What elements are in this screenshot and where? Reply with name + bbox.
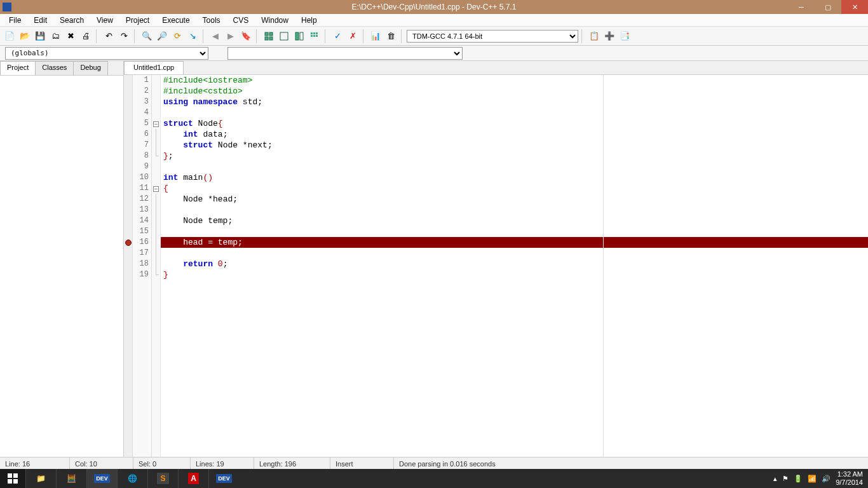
svg-rect-2 [265, 37, 268, 40]
forward-icon[interactable]: ▶ [224, 29, 238, 43]
project-tree[interactable] [0, 75, 123, 457]
menu-file[interactable]: File [3, 15, 27, 26]
print-icon[interactable]: 🖨 [79, 29, 93, 43]
maximize-button[interactable]: ▢ [815, 0, 841, 14]
function-combo[interactable] [227, 47, 463, 60]
scope-combo[interactable]: (globals) [5, 47, 208, 60]
svg-rect-13 [8, 473, 12, 478]
menu-window[interactable]: Window [255, 15, 295, 26]
svg-rect-11 [313, 35, 315, 37]
find-icon[interactable]: 🔍 [140, 29, 154, 43]
fold-gutter[interactable]: −− [152, 75, 161, 457]
minimize-button[interactable]: ─ [788, 0, 815, 14]
statusbar: Line: 16 Col: 10 Sel: 0 Lines: 19 Length… [0, 457, 868, 470]
svg-rect-1 [269, 32, 273, 36]
breakpoint-gutter[interactable] [124, 75, 133, 457]
debug-icon[interactable]: ✓ [330, 29, 344, 43]
menu-view[interactable]: View [90, 15, 119, 26]
tray-up-icon[interactable]: ▴ [773, 475, 777, 483]
tray-flag-icon[interactable]: ⚑ [782, 475, 789, 483]
tray-clock[interactable]: 1:32 AM 9/7/2014 [836, 470, 863, 487]
save-all-icon[interactable]: 🗂 [48, 29, 62, 43]
menubar: File Edit Search View Project Execute To… [0, 14, 868, 27]
sidetab-project[interactable]: Project [0, 61, 36, 75]
find-next-icon[interactable]: ⟳ [170, 29, 184, 43]
sidetab-classes[interactable]: Classes [35, 61, 74, 75]
tray-network-icon[interactable]: 📶 [808, 475, 817, 483]
side-panel: Project Classes Debug [0, 61, 124, 457]
taskbar: 📁 🧮 DEV 🌐 S A DEV ▴ ⚑ 🔋 📶 🔊 1:32 AM 9/7/… [0, 469, 868, 488]
bookmark-icon[interactable]: 🔖 [239, 29, 253, 43]
undo-icon[interactable]: ↶ [102, 29, 116, 43]
taskbar-devcpp2-icon[interactable]: DEV [208, 469, 239, 488]
svg-rect-10 [311, 35, 313, 37]
menu-project[interactable]: Project [119, 15, 156, 26]
file-tab[interactable]: Untitled1.cpp [124, 61, 184, 74]
close-button[interactable]: ✕ [841, 0, 868, 14]
replace-icon[interactable]: 🔎 [155, 29, 169, 43]
new-project-icon[interactable]: 📋 [587, 29, 601, 43]
taskbar-chrome-icon[interactable]: 🌐 [117, 469, 147, 488]
svg-rect-12 [316, 35, 318, 37]
titlebar: E:\DC++\Dev-Cpp\Untitled1.cpp - Dev-C++ … [0, 0, 868, 14]
delete-profile-icon[interactable]: 🗑 [384, 29, 398, 43]
goto-icon[interactable]: ↘ [186, 29, 200, 43]
app-icon [3, 3, 11, 11]
scopebar: (globals) [0, 46, 868, 61]
sidetab-debug[interactable]: Debug [73, 61, 107, 75]
status-msg: Done parsing in 0.016 seconds [394, 458, 868, 470]
taskbar-sublime-icon[interactable]: S [147, 469, 178, 488]
compile-run-icon[interactable] [292, 29, 306, 43]
status-length: Length: 196 [254, 458, 330, 470]
stop-icon[interactable]: ✗ [346, 29, 360, 43]
code-area[interactable]: #include<iostream>#include<cstdio>using … [161, 75, 868, 457]
menu-tools[interactable]: Tools [196, 15, 227, 26]
code-editor[interactable]: 12345678910111213141516171819 −− #includ… [124, 75, 868, 457]
rebuild-icon[interactable] [308, 29, 322, 43]
profile-icon[interactable]: 📊 [369, 29, 383, 43]
menu-execute[interactable]: Execute [156, 15, 196, 26]
svg-rect-6 [300, 32, 303, 40]
menu-help[interactable]: Help [295, 15, 323, 26]
window-title: E:\DC++\Dev-Cpp\Untitled1.cpp - Dev-C++ … [352, 3, 517, 11]
save-icon[interactable]: 💾 [33, 29, 47, 43]
back-icon[interactable]: ◀ [208, 29, 222, 43]
status-sel: Sel: 0 [133, 458, 191, 470]
toolbar: 📄 📂 💾 🗂 ✖ 🖨 ↶ ↷ 🔍 🔎 ⟳ ↘ ◀ ▶ 🔖 ✓ ✗ 📊 🗑 TD… [0, 27, 868, 46]
taskbar-devcpp-icon[interactable]: DEV [86, 469, 117, 488]
taskbar-explorer-icon[interactable]: 📁 [25, 469, 56, 488]
add-class-icon[interactable]: ➕ [602, 29, 616, 43]
open-file-icon[interactable]: 📂 [18, 29, 32, 43]
svg-rect-8 [313, 32, 315, 34]
project-options-icon[interactable]: 📑 [618, 29, 632, 43]
svg-rect-14 [13, 473, 18, 478]
start-button[interactable] [0, 469, 25, 488]
svg-rect-0 [265, 32, 268, 36]
svg-rect-9 [316, 32, 318, 34]
close-file-icon[interactable]: ✖ [64, 29, 78, 43]
svg-rect-15 [8, 479, 12, 484]
redo-icon[interactable]: ↷ [117, 29, 131, 43]
taskbar-adobe-icon[interactable]: A [178, 469, 208, 488]
taskbar-calculator-icon[interactable]: 🧮 [56, 469, 86, 488]
new-file-icon[interactable]: 📄 [3, 29, 17, 43]
status-col: Col: 10 [70, 458, 133, 470]
compile-icon[interactable] [262, 29, 276, 43]
compiler-combo[interactable]: TDM-GCC 4.7.1 64-bit [407, 30, 578, 43]
menu-search[interactable]: Search [53, 15, 90, 26]
status-line: Line: 16 [0, 458, 70, 470]
svg-rect-5 [295, 32, 299, 40]
svg-rect-4 [280, 32, 288, 40]
menu-edit[interactable]: Edit [27, 15, 53, 26]
svg-rect-3 [269, 37, 273, 40]
system-tray[interactable]: ▴ ⚑ 🔋 📶 🔊 1:32 AM 9/7/2014 [768, 470, 868, 487]
menu-cvs[interactable]: CVS [227, 15, 255, 26]
status-lines: Lines: 19 [191, 458, 254, 470]
right-margin-line [603, 75, 604, 457]
run-icon[interactable] [277, 29, 291, 43]
line-number-gutter: 12345678910111213141516171819 [133, 75, 152, 457]
tray-volume-icon[interactable]: 🔊 [822, 475, 831, 483]
svg-rect-7 [311, 32, 313, 34]
tray-battery-icon[interactable]: 🔋 [794, 475, 803, 483]
status-mode: Insert [330, 458, 394, 470]
